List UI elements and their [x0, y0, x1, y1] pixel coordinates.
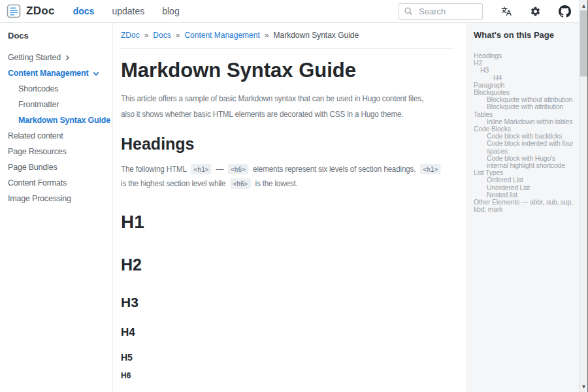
navbar-right — [399, 3, 571, 20]
inline-code: <h1> — [191, 164, 212, 174]
breadcrumb: ZDoc»Docs»Content Management»Markdown Sy… — [121, 31, 454, 40]
breadcrumb-separator: » — [176, 31, 180, 40]
sidebar-item-label: Shortcodes — [18, 84, 58, 93]
paragraph-text: is the lowest. — [253, 178, 297, 188]
toc-item[interactable]: Headings — [474, 52, 575, 59]
sidebar-item-getting-started[interactable]: Getting Started — [8, 50, 108, 65]
intro-line: also it shows whether basic HTML element… — [121, 106, 421, 122]
search-box[interactable] — [399, 3, 483, 20]
sidebar-item-label: Getting Started — [8, 53, 61, 62]
toc-sidebar: What's on this Page HeadingsH2H3H4Paragr… — [466, 23, 579, 392]
sidebar-item-label: Content Management — [8, 69, 89, 78]
nav-link-blog[interactable]: blog — [162, 6, 179, 16]
page-body: Docs Getting StartedContent ManagementSh… — [0, 23, 579, 392]
paragraph-text: elements represent six levels of section… — [251, 164, 417, 174]
sample-heading-h2: H2 — [121, 256, 454, 274]
breadcrumb-item-content-management[interactable]: Content Management — [184, 31, 259, 40]
translate-icon[interactable] — [500, 5, 512, 17]
page-title: Markdown Syntax Guide — [121, 59, 454, 82]
toc-item[interactable]: Ordered List — [474, 176, 575, 184]
toc-list: HeadingsH2H3H4ParagraphBlockquotesBlockq… — [474, 52, 575, 213]
sidebar-item-label: Image Processing — [8, 194, 71, 203]
paragraph-text: The following HTML — [121, 164, 188, 174]
toc-item[interactable]: H2 — [474, 59, 575, 67]
toc-title: What's on this Page — [474, 31, 575, 39]
sidebar-item-label: Frontmatter — [18, 100, 59, 109]
sidebar-header: Docs — [8, 31, 108, 41]
search-icon — [404, 7, 413, 16]
sidebar-item-page-resources[interactable]: Page Resources — [8, 144, 108, 159]
inline-code: <h6> — [228, 164, 249, 174]
paragraph-text: — — [214, 164, 225, 174]
scrollbar-thumb[interactable] — [580, 10, 587, 76]
sidebar-item-shortcodes[interactable]: Shortcodes — [18, 81, 108, 97]
page-column: ZDoc docsupdatesblog — [0, 0, 579, 392]
breadcrumb-divider — [121, 48, 454, 49]
docs-sidebar: Docs Getting StartedContent ManagementSh… — [0, 23, 113, 392]
intro-paragraph: This article offers a sample of basic Ma… — [121, 91, 454, 122]
breadcrumb-item-zdoc[interactable]: ZDoc — [121, 31, 140, 40]
sidebar-item-label: Related content — [8, 131, 63, 140]
sample-heading-h1: H1 — [121, 212, 454, 233]
sidebar-item-label: Page Bundles — [8, 163, 57, 172]
toc-item[interactable]: Code block with Hugo's internal highligh… — [474, 155, 575, 169]
sidebar-item-related-content[interactable]: Related content — [8, 128, 108, 144]
vertical-scrollbar[interactable]: ▲ ▼ — [579, 0, 588, 392]
breadcrumb-separator: » — [265, 31, 269, 40]
chevron-right-icon — [65, 55, 71, 61]
inline-code: <h6> — [230, 178, 251, 189]
toc-item[interactable]: Code block indented with four spaces — [474, 140, 575, 154]
intro-line: This article offers a sample of basic Ma… — [121, 91, 421, 106]
search-input[interactable] — [417, 6, 478, 17]
main-nav: docsupdatesblog — [73, 6, 180, 16]
sidebar-item-page-bundles[interactable]: Page Bundles — [8, 159, 108, 175]
browser-viewport: ZDoc docsupdatesblog — [0, 0, 588, 392]
brand-title[interactable]: ZDoc — [26, 5, 55, 18]
toc-item[interactable]: H3 — [474, 67, 575, 74]
gear-icon[interactable] — [530, 6, 541, 17]
nav-link-docs[interactable]: docs — [73, 6, 95, 16]
breadcrumb-separator: » — [144, 31, 149, 40]
sidebar-item-content-management[interactable]: Content Management — [8, 65, 108, 81]
top-navbar: ZDoc docsupdatesblog — [0, 0, 579, 23]
breadcrumb-item-docs[interactable]: Docs — [153, 31, 171, 40]
sample-heading-h4: H4 — [121, 327, 454, 339]
toc-item[interactable]: Other Elements — abbr, sub, sup, kbd, ma… — [474, 199, 575, 213]
sidebar-nav: Getting StartedContent ManagementShortco… — [8, 50, 108, 206]
sidebar-item-image-processing[interactable]: Image Processing — [8, 191, 108, 206]
inline-code: <h1> — [420, 164, 441, 174]
chevron-down-icon — [93, 71, 99, 77]
headings-section-title: Headings — [121, 135, 454, 154]
sidebar-item-label: Markdown Syntax Guide — [18, 116, 110, 125]
paragraph-text: is the highest section level while — [121, 178, 227, 188]
github-icon[interactable] — [559, 5, 571, 18]
sidebar-item-label: Content Formats — [8, 178, 67, 188]
breadcrumb-item-markdown-syntax-guide: Markdown Syntax Guide — [273, 31, 359, 40]
sidebar-item-frontmatter[interactable]: Frontmatter — [18, 97, 108, 112]
sample-heading-h6: H6 — [121, 372, 454, 380]
sample-headings: H1H2H3H4H5H6 — [121, 212, 454, 380]
sidebar-item-label: Page Resources — [8, 147, 67, 156]
sample-heading-h3: H3 — [121, 295, 454, 310]
headings-paragraph: The following HTML <h1> — <h6> elements … — [121, 162, 421, 191]
nav-link-updates[interactable]: updates — [112, 6, 144, 16]
sample-heading-h5: H5 — [121, 353, 454, 363]
zdoc-logo-icon[interactable] — [7, 4, 21, 18]
article-main: ZDoc»Docs»Content Management»Markdown Sy… — [113, 23, 466, 392]
sidebar-item-markdown-syntax-guide[interactable]: Markdown Syntax Guide — [18, 112, 108, 128]
sidebar-item-content-formats[interactable]: Content Formats — [8, 175, 108, 191]
toc-item[interactable]: Blockquote with attribution — [474, 103, 575, 110]
